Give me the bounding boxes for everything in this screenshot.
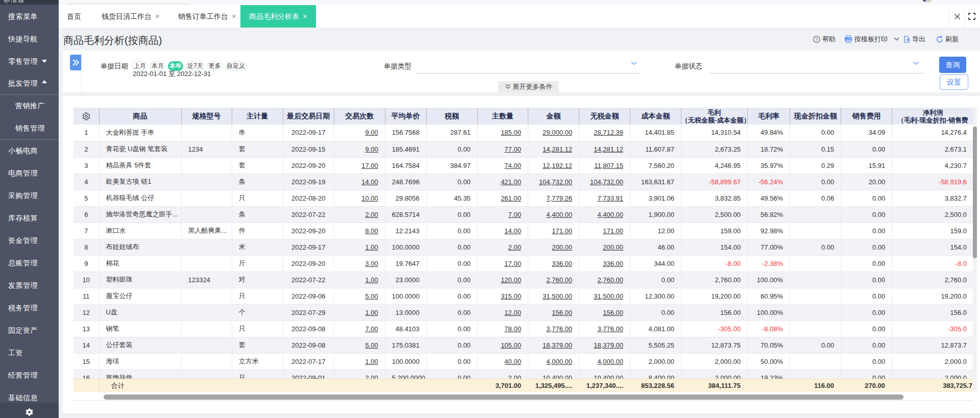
svg-text:?: ?: [815, 37, 818, 42]
